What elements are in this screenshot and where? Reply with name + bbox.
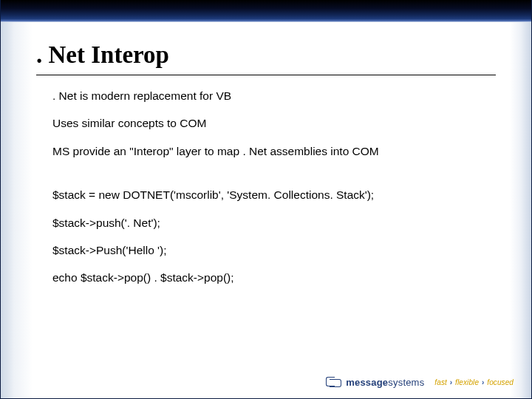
brand-word-1: message [346,377,388,388]
tagline-word: flexible [455,378,479,386]
code-line: $stack->push('. Net'); [52,216,487,230]
slide: . Net Interop . Net is modern replacemen… [0,0,532,399]
code-line: $stack = new DOTNET('mscorlib', 'System.… [52,188,487,202]
tagline-word: fast [434,378,447,386]
spacer [52,171,487,188]
chevron-right-icon: › [449,378,453,386]
chevron-right-icon: › [481,378,485,386]
code-line: echo $stack->pop() . $stack->pop(); [52,270,487,284]
brand-logo: messagesystems [326,376,424,388]
code-line: $stack->Push('Hello '); [52,243,487,257]
slide-content: . Net is modern replacement for VB Uses … [52,89,487,299]
bullet-text: . Net is modern replacement for VB [52,89,487,103]
slide-footer: messagesystems fast › flexible › focused [326,376,514,388]
brand-logo-text: messagesystems [346,376,424,388]
bullet-text: MS provide an "Interop" layer to map . N… [52,144,487,158]
brand-word-2: systems [388,377,424,388]
bullet-text: Uses similar concepts to COM [52,116,487,130]
slide-title: . Net Interop [36,41,496,75]
tagline-word: focused [487,378,514,386]
brand-logo-icon [326,376,344,388]
slide-top-bar [1,0,531,22]
brand-tagline: fast › flexible › focused [434,378,514,386]
